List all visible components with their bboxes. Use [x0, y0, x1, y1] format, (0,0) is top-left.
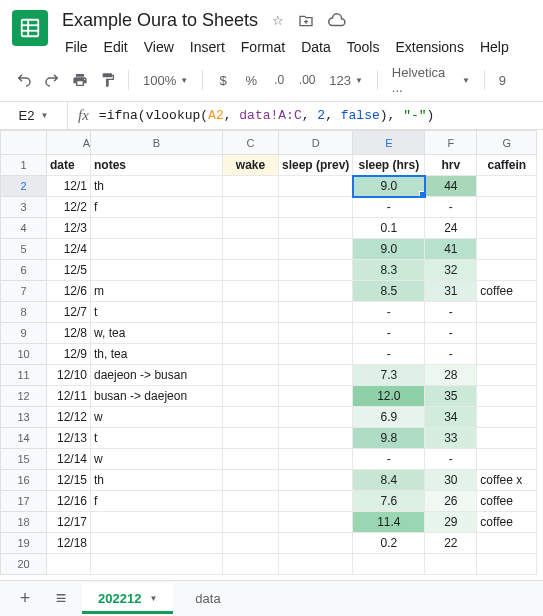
cell[interactable] — [91, 260, 223, 281]
cell[interactable] — [279, 281, 353, 302]
cell[interactable]: 12/14 — [47, 449, 91, 470]
decrease-decimal-button[interactable]: .0 — [267, 67, 291, 93]
cell[interactable]: 11.4 — [353, 512, 425, 533]
cell[interactable]: w — [91, 449, 223, 470]
cell[interactable]: sleep (prev) — [279, 155, 353, 176]
cell[interactable] — [477, 302, 537, 323]
cell[interactable]: 12/1 — [47, 176, 91, 197]
cell[interactable] — [223, 176, 279, 197]
cell[interactable]: - — [425, 323, 477, 344]
sheet-tab-menu-icon[interactable]: ▼ — [149, 594, 157, 603]
cell[interactable] — [477, 428, 537, 449]
cell[interactable]: th — [91, 470, 223, 491]
cell[interactable]: 12/2 — [47, 197, 91, 218]
document-title[interactable]: Example Oura to Sheets — [58, 8, 262, 33]
cell[interactable] — [223, 491, 279, 512]
cell[interactable] — [91, 239, 223, 260]
cell[interactable]: - — [353, 197, 425, 218]
cell[interactable]: 12/5 — [47, 260, 91, 281]
cell[interactable] — [279, 386, 353, 407]
menu-data[interactable]: Data — [294, 35, 338, 59]
cell[interactable]: date — [47, 155, 91, 176]
cell[interactable]: coffee x — [477, 470, 537, 491]
cell[interactable] — [477, 407, 537, 428]
cell[interactable] — [91, 533, 223, 554]
cell[interactable]: caffein — [477, 155, 537, 176]
cell[interactable]: 34 — [425, 407, 477, 428]
cell[interactable] — [279, 470, 353, 491]
cell[interactable]: coffee — [477, 281, 537, 302]
cell[interactable] — [279, 407, 353, 428]
cell[interactable] — [279, 176, 353, 197]
cell[interactable] — [223, 533, 279, 554]
cell[interactable]: - — [353, 344, 425, 365]
row-header[interactable]: 9 — [1, 323, 47, 344]
cell[interactable] — [279, 512, 353, 533]
spreadsheet-grid[interactable]: ABCDEFG1datenoteswakesleep (prev)sleep (… — [0, 130, 543, 608]
cell[interactable]: w, tea — [91, 323, 223, 344]
cell[interactable] — [477, 239, 537, 260]
cell[interactable]: 24 — [425, 218, 477, 239]
row-header[interactable]: 14 — [1, 428, 47, 449]
cell[interactable]: 12/3 — [47, 218, 91, 239]
cell[interactable] — [279, 197, 353, 218]
cell[interactable] — [47, 554, 91, 575]
cell[interactable] — [223, 260, 279, 281]
font-size-dropdown[interactable]: 9 — [493, 73, 512, 88]
cell[interactable]: 12/11 — [47, 386, 91, 407]
cell[interactable] — [223, 344, 279, 365]
cell[interactable]: 12/10 — [47, 365, 91, 386]
cell[interactable] — [279, 323, 353, 344]
row-header[interactable]: 17 — [1, 491, 47, 512]
column-header-F[interactable]: F — [425, 131, 477, 155]
cell[interactable]: 12/13 — [47, 428, 91, 449]
cell[interactable] — [279, 302, 353, 323]
cell[interactable] — [477, 176, 537, 197]
cell[interactable]: 12/17 — [47, 512, 91, 533]
cell[interactable] — [279, 239, 353, 260]
cell[interactable]: - — [353, 449, 425, 470]
print-button[interactable] — [68, 67, 92, 93]
cell[interactable] — [477, 449, 537, 470]
cell[interactable] — [91, 512, 223, 533]
cell[interactable]: 6.9 — [353, 407, 425, 428]
cell[interactable] — [477, 323, 537, 344]
currency-button[interactable]: $ — [211, 67, 235, 93]
zoom-dropdown[interactable]: 100%▼ — [137, 73, 194, 88]
all-sheets-button[interactable]: ≡ — [46, 584, 76, 614]
menu-help[interactable]: Help — [473, 35, 516, 59]
cell[interactable]: 28 — [425, 365, 477, 386]
cell[interactable] — [223, 449, 279, 470]
formula-input[interactable]: =ifna(vlookup(A2, data!A:C, 2, false), "… — [99, 108, 543, 123]
cell[interactable] — [279, 218, 353, 239]
cell[interactable] — [223, 407, 279, 428]
column-header-E[interactable]: E — [353, 131, 425, 155]
cell[interactable] — [223, 365, 279, 386]
cell[interactable]: 33 — [425, 428, 477, 449]
cell[interactable] — [223, 512, 279, 533]
cell[interactable]: f — [91, 197, 223, 218]
cell[interactable] — [91, 218, 223, 239]
cell[interactable]: - — [425, 302, 477, 323]
cell[interactable]: 12/9 — [47, 344, 91, 365]
cell[interactable]: 12/7 — [47, 302, 91, 323]
select-all-corner[interactable] — [1, 131, 47, 155]
menu-tools[interactable]: Tools — [340, 35, 387, 59]
more-formats-dropdown[interactable]: 123▼ — [323, 73, 369, 88]
cell[interactable] — [223, 470, 279, 491]
cell[interactable] — [477, 386, 537, 407]
cell[interactable]: notes — [91, 155, 223, 176]
cell[interactable]: 0.2 — [353, 533, 425, 554]
row-header[interactable]: 16 — [1, 470, 47, 491]
row-header[interactable]: 10 — [1, 344, 47, 365]
row-header[interactable]: 15 — [1, 449, 47, 470]
cell[interactable]: coffee — [477, 491, 537, 512]
name-box[interactable]: E2▼ — [0, 102, 68, 129]
undo-button[interactable] — [12, 67, 36, 93]
cell[interactable] — [353, 554, 425, 575]
column-header-D[interactable]: D — [279, 131, 353, 155]
cell[interactable]: 26 — [425, 491, 477, 512]
column-header-G[interactable]: G — [477, 131, 537, 155]
cell[interactable] — [223, 428, 279, 449]
cell[interactable]: t — [91, 428, 223, 449]
